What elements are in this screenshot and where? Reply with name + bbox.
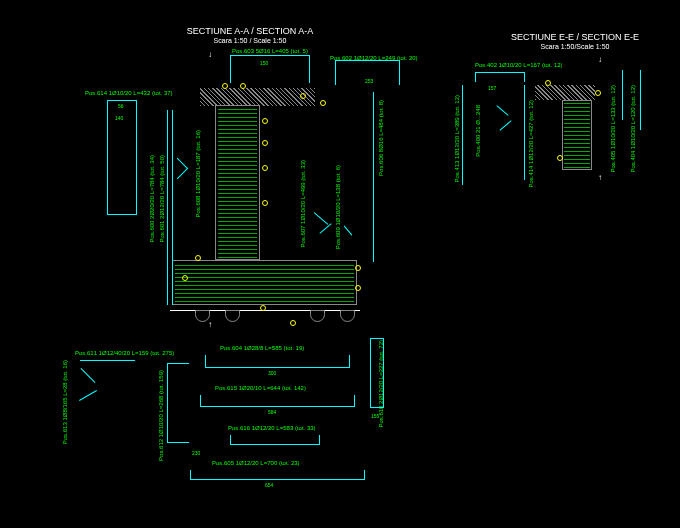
rebar-line bbox=[172, 110, 173, 305]
rebar-shape bbox=[167, 363, 189, 443]
label-pos613: Pos.613 1Ø8/165 L=28 (tot. 16) bbox=[62, 360, 68, 444]
label-pos414: Pos.414 1Ø12/20 L=427 (tot. 12) bbox=[528, 100, 534, 188]
rebar-piece bbox=[177, 168, 188, 179]
dim: 56 bbox=[118, 103, 124, 109]
marker-icon bbox=[355, 285, 361, 291]
label-pos611: Pos.611 1Ø12/40/20 L=159 (tot. 275) bbox=[75, 350, 174, 356]
rebar-piece bbox=[344, 226, 352, 236]
rebar-shape bbox=[200, 395, 355, 407]
marker-icon bbox=[262, 200, 268, 206]
label-pos605: Pos.605 1Ø12/20 L=700 (tot. 23) bbox=[212, 460, 300, 466]
rebar-line bbox=[462, 85, 463, 185]
arrow-icon: ↓ bbox=[598, 55, 602, 64]
dim: 654 bbox=[265, 482, 273, 488]
arrow-icon: ↑ bbox=[598, 173, 602, 182]
marker-icon bbox=[262, 118, 268, 124]
label-pos604: Pos.604 1Ø28/8 L=585 (tot. 19) bbox=[220, 345, 304, 351]
footing-pad bbox=[340, 310, 355, 322]
top-slab-e bbox=[535, 85, 595, 100]
rebar-line bbox=[373, 92, 374, 262]
label-pos607: Pos.607 1Ø10/20 L=499 (tot. 33) bbox=[300, 160, 306, 248]
label-pos404: Pos.404 1Ø10/20 L=120 (tot. 12) bbox=[630, 85, 636, 173]
rebar-shape bbox=[205, 355, 350, 368]
label-pos602: Pos.602 1Ø12/20 L=249 (tot. 20) bbox=[330, 55, 418, 61]
label-pos612: Pos.612 1Ø10/20 L=268 (tot. 159) bbox=[158, 370, 164, 461]
label-pos413: Pos.413 1Ø12/20 L=389 (tot. 12) bbox=[454, 95, 460, 183]
label-pos616: Pos.616 1Ø12/20 L=583 (tot. 33) bbox=[228, 425, 316, 431]
marker-icon bbox=[355, 265, 361, 271]
dim: 155 bbox=[371, 413, 379, 419]
rebar-pos603 bbox=[230, 55, 310, 83]
rebar-shape bbox=[475, 72, 525, 82]
column-e-hatch bbox=[564, 102, 590, 168]
marker-icon bbox=[262, 165, 268, 171]
rebar-piece bbox=[79, 390, 97, 401]
label-pos603: Pos.603 5Ø16 L=405 (tot. 5) bbox=[232, 48, 308, 54]
label-pos405: Pos.405 1Ø10/20 L=133 (tot. 12) bbox=[610, 85, 616, 173]
column-hatch bbox=[218, 108, 257, 258]
section-a-subtitle: Scara 1:50 / Scale 1:50 bbox=[200, 37, 300, 44]
label-pos400: Pos.400 21 Ø...248 bbox=[475, 105, 481, 157]
marker-icon bbox=[557, 155, 563, 161]
label-pos615: Pos.615 1Ø20/10 L=644 (tot. 142) bbox=[215, 385, 306, 391]
top-slab bbox=[200, 88, 315, 106]
arrow-icon: ↑ bbox=[208, 320, 212, 329]
label-pos614: Pos.614 1Ø10/20 L=432 (tot. 37) bbox=[85, 90, 173, 96]
marker-icon bbox=[262, 140, 268, 146]
arrow-icon: ↓ bbox=[208, 50, 212, 59]
rebar-line bbox=[167, 110, 168, 305]
label-pos608: Pos.608 1Ø10/20 L=187 (tot. 16) bbox=[195, 130, 201, 218]
label-pos609: Pos.609 1Ø10/20 L=138 (tot. 6) bbox=[335, 165, 341, 249]
rebar-line bbox=[622, 70, 623, 120]
marker-icon bbox=[182, 275, 188, 281]
rebar-shape bbox=[190, 470, 365, 480]
dim: 157 bbox=[488, 85, 496, 91]
marker-icon bbox=[240, 83, 246, 89]
marker-icon bbox=[290, 320, 296, 326]
label-pos606: Pos.606 8Ø16 L=484 (tot. 8) bbox=[378, 100, 384, 176]
marker-icon bbox=[222, 83, 228, 89]
footing-pad bbox=[225, 310, 240, 322]
section-e-subtitle: Scara 1:50/Scale 1:50 bbox=[525, 43, 625, 50]
section-e-title: SECTIUNE E-E / SECTION E-E bbox=[495, 32, 655, 42]
dim: 230 bbox=[192, 450, 200, 456]
rebar-line bbox=[80, 360, 135, 361]
label-pos601: Pos.601 2Ø12/20 L=784 (tot. 50) bbox=[159, 155, 165, 243]
marker-icon bbox=[320, 100, 326, 106]
rebar-shape bbox=[370, 338, 384, 408]
rebar-piece bbox=[496, 105, 508, 115]
dim: 253 bbox=[365, 78, 373, 84]
marker-icon bbox=[595, 90, 601, 96]
rebar-line bbox=[640, 70, 641, 130]
dim: 300 bbox=[268, 370, 276, 376]
section-a-title: SECTIUNE A-A / SECTION A-A bbox=[170, 26, 330, 36]
dim: 140 bbox=[115, 115, 123, 121]
label-pos600: Pos.600 2Ø20/20 L=784 (tot. 34) bbox=[149, 155, 155, 243]
rebar-piece bbox=[314, 212, 328, 224]
marker-icon bbox=[545, 80, 551, 86]
footing-hatch bbox=[175, 263, 354, 302]
footing-pad bbox=[310, 310, 325, 322]
dim: 584 bbox=[268, 409, 276, 415]
label-pos402: Pos.402 1Ø10/20 L=167 (tot. 12) bbox=[475, 62, 563, 68]
marker-icon bbox=[260, 305, 266, 311]
rebar-piece bbox=[81, 368, 96, 383]
dim: 150 bbox=[260, 60, 268, 66]
marker-icon bbox=[195, 255, 201, 261]
rebar-shape bbox=[230, 435, 320, 445]
marker-icon bbox=[300, 93, 306, 99]
rebar-line bbox=[524, 85, 525, 180]
rebar-piece bbox=[319, 223, 331, 233]
rebar-piece bbox=[499, 120, 511, 130]
